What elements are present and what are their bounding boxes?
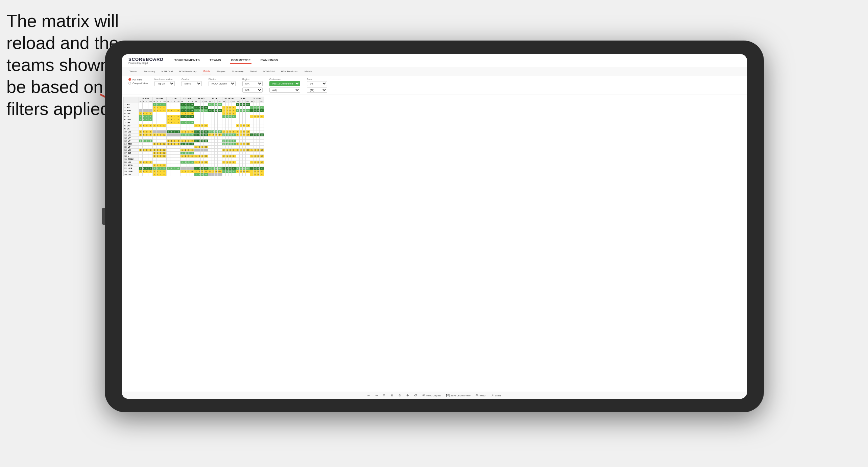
zoom-in-btn[interactable]: ⊕	[406, 394, 409, 397]
matrix-cell-13-5: 0	[156, 143, 159, 146]
matrix-cell-7-16: 3	[194, 124, 198, 127]
matrix-cell-23-34: 0	[257, 173, 260, 176]
matrix-cell-22-22: 0	[215, 170, 218, 173]
matrix-cell-11-34	[257, 137, 260, 140]
refresh-btn[interactable]: ⟳	[383, 394, 386, 397]
matrix-cell-21-20: 0	[208, 167, 212, 170]
gender-select[interactable]: Men's	[182, 81, 202, 86]
matrix-cell-22-25: 1	[226, 170, 229, 173]
matrix-cell-0-4: 2	[153, 103, 156, 106]
matrix-cell-3-9	[170, 112, 173, 115]
matrix-cell-8-32	[250, 127, 254, 130]
matrix-cell-1-27: 8	[232, 106, 236, 109]
matrix-cell-21-18: 0	[201, 167, 204, 170]
matrix-cell-7-19: 22	[204, 124, 208, 127]
matrix-cell-7-15	[190, 124, 194, 127]
zoom-out-icon: ⊖	[391, 394, 393, 397]
watch-btn[interactable]: 👁 Watch	[476, 394, 486, 397]
division-select[interactable]: NCAA Division I	[209, 81, 236, 86]
matrix-cell-16-30	[243, 152, 246, 155]
matrix-content[interactable]: 3. ASU 10. UW 11. UA 22. UCB 24. UO 27. …	[122, 95, 747, 392]
matrix-cell-10-27: 8	[232, 133, 236, 137]
matrix-cell-6-2	[145, 121, 148, 124]
team-select[interactable]: (All)	[307, 81, 327, 86]
nav-tournaments[interactable]: TOURNAMENTS	[174, 57, 200, 64]
matrix-cell-23-33: 0	[254, 173, 257, 176]
conference-select2[interactable]: (All)	[269, 88, 300, 93]
sub-nav-h2h-grid2[interactable]: H2H Grid	[263, 69, 275, 74]
region-label: Region	[242, 78, 263, 80]
save-custom-btn[interactable]: 💾 Save Custom View	[446, 394, 471, 397]
sub-nav-h2h-heatmap2[interactable]: H2H Heatmap	[280, 69, 299, 74]
matrix-cell-8-21	[212, 127, 215, 130]
matrix-cell-17-18: 0	[201, 155, 204, 158]
redo-btn[interactable]: ↪	[375, 394, 378, 397]
conference-select[interactable]: Pac-12 Conference	[269, 81, 300, 86]
matrix-cell-8-13	[184, 127, 187, 130]
matrix-cell-9-8: 0	[167, 130, 170, 133]
sub-l-3: L	[170, 100, 173, 103]
sub-nav-summary[interactable]: Summary	[143, 69, 156, 74]
timer-btn[interactable]: ⏱	[414, 394, 417, 397]
sub-nav-matrix2[interactable]: Matrix	[304, 69, 313, 74]
matrix-cell-21-8: 0	[167, 167, 170, 170]
matrix-cell-22-28: 0	[236, 170, 240, 173]
table-row: 17. GIT200121100	[124, 152, 264, 155]
zoom-out-btn[interactable]: ⊖	[391, 394, 393, 397]
matrix-cell-5-34	[257, 118, 260, 121]
matrix-cell-22-31: -38	[245, 170, 250, 173]
sub-nav-h2h-grid[interactable]: H2H Grid	[161, 69, 173, 74]
matrix-cell-12-31	[245, 140, 250, 143]
full-view-radio[interactable]: Full View	[128, 78, 148, 81]
matrix-cell-7-12	[180, 124, 184, 127]
matrix-cell-3-11	[176, 112, 180, 115]
matrix-cell-2-19: 22	[204, 109, 208, 112]
matrix-cell-10-17: 0	[198, 133, 201, 137]
sub-nav-teams[interactable]: Teams	[128, 69, 138, 74]
matrix-cell-23-30	[243, 173, 246, 176]
view-original-btn[interactable]: 👁 View: Original	[422, 394, 441, 397]
nav-teams[interactable]: TEAMS	[209, 57, 222, 64]
matrix-cell-22-5: 0	[156, 170, 159, 173]
compact-view-radio[interactable]: Compact View	[128, 82, 148, 84]
sub-d-9: Dif	[260, 100, 264, 103]
nav-rankings[interactable]: RANKINGS	[260, 57, 279, 64]
matrix-cell-4-16	[194, 115, 198, 118]
matrix-cell-14-35	[260, 146, 264, 149]
matrix-cell-23-29	[240, 173, 243, 176]
matrix-cell-10-24: 2	[222, 133, 226, 137]
matrix-cell-4-20	[208, 115, 212, 118]
sub-nav-detail[interactable]: Detail	[249, 69, 258, 74]
matrix-cell-18-3	[148, 158, 153, 161]
matrix-cell-15-28: 0	[236, 149, 240, 152]
undo-btn[interactable]: ↩	[367, 394, 370, 397]
matrix-cell-20-4: 2	[153, 164, 156, 167]
sub-nav-summary2[interactable]: Summary	[231, 69, 244, 74]
sub-nav-matrix[interactable]: Matrix	[202, 69, 211, 74]
sub-nav-h2h-heatmap[interactable]: H2H Heatmap	[178, 69, 197, 74]
matrix-cell-3-5	[156, 112, 159, 115]
nav-bar: SCOREBOARD Powered by clippd TOURNAMENTS…	[122, 54, 747, 67]
zoom-reset-btn[interactable]: ⊙	[399, 394, 401, 397]
matrix-cell-9-14: 0	[187, 130, 190, 133]
matrix-cell-17-2	[145, 155, 148, 158]
matrix-cell-22-6: 0	[159, 170, 162, 173]
matrix-cell-10-4: 2	[153, 133, 156, 137]
row-label-13: 14. TTU	[124, 143, 139, 146]
team-select2[interactable]: (All)	[307, 88, 327, 93]
max-teams-select[interactable]: Top 25	[154, 81, 175, 86]
sub-nav-players[interactable]: Players	[216, 69, 226, 74]
region-select[interactable]: N/A	[242, 81, 263, 86]
matrix-cell-14-3	[148, 146, 153, 149]
matrix-cell-0-8	[167, 103, 170, 106]
region-select2[interactable]: N/A	[242, 88, 263, 93]
watch-label: Watch	[480, 394, 486, 397]
matrix-cell-2-12: 1	[180, 109, 184, 112]
matrix-cell-6-8: 0	[167, 121, 170, 124]
share-btn[interactable]: ↗ Share	[491, 394, 501, 397]
matrix-cell-7-26	[229, 124, 232, 127]
timer-icon: ⏱	[414, 394, 417, 397]
row-label-20: 21. ETSU	[124, 164, 139, 167]
nav-committee[interactable]: COMMITTEE	[230, 57, 251, 64]
matrix-cell-6-25	[226, 121, 229, 124]
